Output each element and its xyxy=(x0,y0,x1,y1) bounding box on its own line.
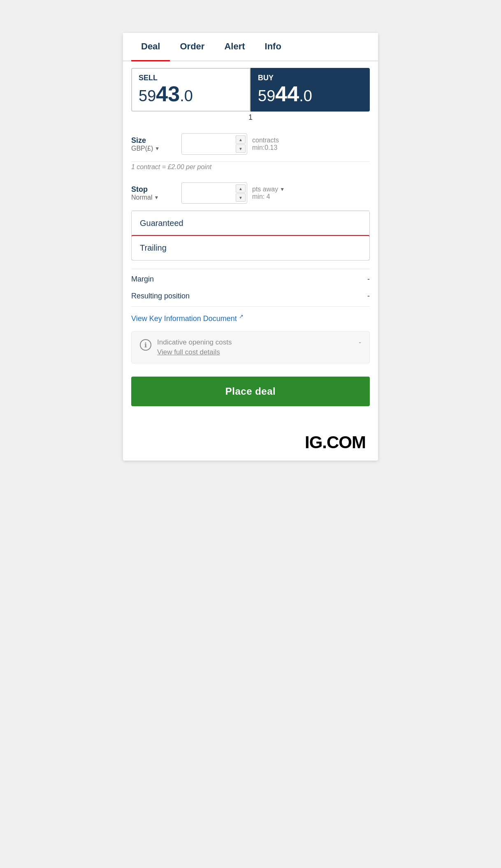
currency-dropdown-arrow: ▼ xyxy=(155,146,160,151)
divider-bottom xyxy=(131,306,370,307)
stop-hint-min: min: 4 xyxy=(252,193,370,200)
buy-big: 44 xyxy=(275,82,299,106)
size-currency[interactable]: GBP(£) ▼ xyxy=(131,145,176,152)
cost-title: Indicative opening costs xyxy=(157,338,232,346)
kid-link[interactable]: View Key Information Document ↗ xyxy=(131,313,244,323)
info-icon: ℹ xyxy=(140,339,151,351)
resulting-position-label: Resulting position xyxy=(131,292,190,300)
sell-suffix: .0 xyxy=(180,87,193,105)
size-label-group: Size GBP(£) ▼ xyxy=(131,136,176,152)
tab-deal[interactable]: Deal xyxy=(131,33,170,61)
stop-options-dropdown: Guaranteed Trailing xyxy=(131,211,370,261)
external-link-icon: ↗ xyxy=(239,313,244,319)
sell-price: 5943.0 xyxy=(139,87,193,105)
stop-hint-pts: pts away xyxy=(252,186,278,193)
place-deal-button[interactable]: Place deal xyxy=(131,377,370,406)
size-increment[interactable]: ▲ xyxy=(236,135,246,144)
buy-button[interactable]: BUY 5944.0 xyxy=(250,68,370,112)
size-label: Size xyxy=(131,136,146,144)
stop-spinner: ▲ ▼ xyxy=(236,184,246,202)
cost-link[interactable]: View full cost details xyxy=(157,348,353,356)
tab-bar: Deal Order Alert Info xyxy=(123,33,378,61)
stop-label: Stop xyxy=(131,185,148,193)
cost-value: - xyxy=(359,338,361,347)
size-note: 1 contract = £2.00 per point xyxy=(131,162,370,176)
buy-price: 5944.0 xyxy=(258,87,312,105)
size-hint-contracts: contracts xyxy=(252,137,370,144)
margin-value: - xyxy=(367,275,370,284)
cost-info: Indicative opening costs View full cost … xyxy=(157,338,353,356)
tab-info[interactable]: Info xyxy=(255,33,291,61)
stop-section: Stop Normal ▼ ▲ ▼ pts away ▼ min: 4 xyxy=(123,176,378,211)
margin-section: Margin - Resulting position - xyxy=(123,261,378,307)
spread-value: 1 xyxy=(123,112,378,127)
size-hint: contracts min:0.13 xyxy=(252,137,370,151)
size-hint-min: min:0.13 xyxy=(252,144,370,151)
stop-option-trailing[interactable]: Trailing xyxy=(132,236,369,260)
stop-pts-dropdown[interactable]: ▼ xyxy=(280,186,285,192)
size-input-wrapper: ▲ ▼ xyxy=(181,133,247,155)
stop-option-guaranteed[interactable]: Guaranteed xyxy=(132,211,369,236)
stop-input-wrapper: ▲ ▼ xyxy=(181,182,247,204)
form-section: Size GBP(£) ▼ ▲ ▼ contracts min:0.13 1 c… xyxy=(123,127,378,176)
margin-row: Margin - xyxy=(123,271,378,288)
stop-field-row: Stop Normal ▼ ▲ ▼ pts away ▼ min: 4 xyxy=(131,176,370,211)
sell-prefix: 59 xyxy=(139,87,156,105)
stop-type[interactable]: Normal ▼ xyxy=(131,194,176,201)
stop-label-group: Stop Normal ▼ xyxy=(131,185,176,201)
place-deal-section: Place deal xyxy=(123,370,378,416)
tab-alert[interactable]: Alert xyxy=(214,33,255,61)
tab-order[interactable]: Order xyxy=(170,33,214,61)
stop-hint: pts away ▼ min: 4 xyxy=(252,186,370,200)
sell-big: 43 xyxy=(156,82,180,106)
cost-box: ℹ Indicative opening costs View full cos… xyxy=(131,331,370,363)
buy-prefix: 59 xyxy=(258,87,275,105)
price-row: SELL 5943.0 BUY 5944.0 xyxy=(123,61,378,112)
size-decrement[interactable]: ▼ xyxy=(236,144,246,153)
buy-label: BUY xyxy=(258,74,362,82)
stop-increment[interactable]: ▲ xyxy=(236,184,246,193)
sell-label: SELL xyxy=(139,74,243,82)
divider-top xyxy=(131,269,370,269)
kid-link-section: View Key Information Document ↗ xyxy=(123,308,378,328)
stop-decrement[interactable]: ▼ xyxy=(236,193,246,202)
ig-branding: IG.COM xyxy=(123,416,378,461)
resulting-position-row: Resulting position - xyxy=(123,288,378,305)
buy-suffix: .0 xyxy=(299,87,312,105)
trading-panel: Deal Order Alert Info SELL 5943.0 BUY 59… xyxy=(123,33,378,461)
size-field-row: Size GBP(£) ▼ ▲ ▼ contracts min:0.13 xyxy=(131,127,370,162)
sell-button[interactable]: SELL 5943.0 xyxy=(131,68,250,112)
stop-dropdown-arrow: ▼ xyxy=(154,195,159,200)
margin-label: Margin xyxy=(131,275,154,284)
resulting-position-value: - xyxy=(367,292,370,300)
size-spinner: ▲ ▼ xyxy=(236,135,246,153)
